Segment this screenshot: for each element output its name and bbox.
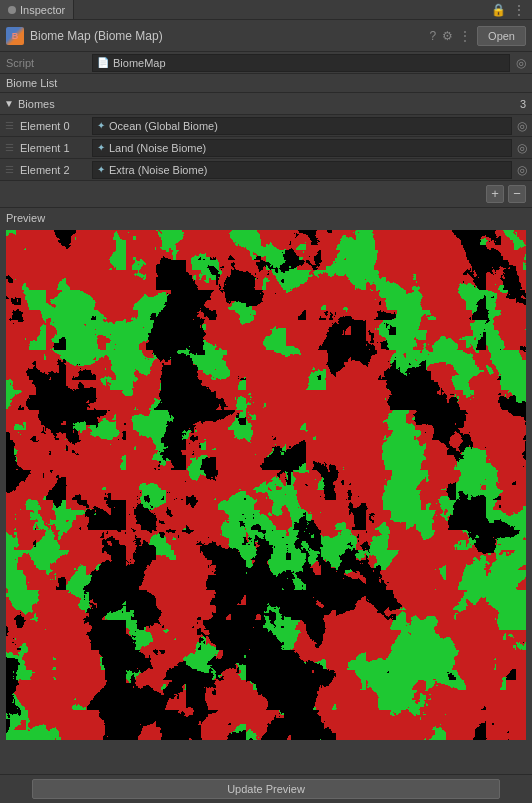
main-content: B Biome Map (Biome Map) ? ⚙ ⋮ Open Scrip… xyxy=(0,20,532,803)
element-0-label: Element 0 xyxy=(18,120,92,132)
preview-section: Preview xyxy=(0,208,532,226)
tab-bar: Inspector 🔒 ⋮ xyxy=(0,0,532,20)
element-0-settings-icon[interactable]: ◎ xyxy=(512,119,532,133)
tab-indicator xyxy=(8,6,16,14)
component-menu-icon[interactable]: ⋮ xyxy=(459,29,471,43)
biome-list-label: Biome List xyxy=(6,77,57,89)
element-2-value: Extra (Noise Biome) xyxy=(109,164,207,176)
element-1-settings-icon[interactable]: ◎ xyxy=(512,141,532,155)
element-1-field[interactable]: ✦ Land (Noise Biome) xyxy=(92,139,512,157)
remove-element-button[interactable]: − xyxy=(508,185,526,203)
biome-map-canvas xyxy=(6,230,526,740)
script-file-icon: 📄 xyxy=(97,57,109,68)
tab-right-icons: 🔒 ⋮ xyxy=(491,2,532,18)
drag-handle-1[interactable]: ☰ xyxy=(0,142,18,153)
element-1-label: Element 1 xyxy=(18,142,92,154)
table-row: ☰ Element 0 ✦ Ocean (Global Biome) ◎ xyxy=(0,115,532,137)
component-icon: B xyxy=(6,27,24,45)
open-button[interactable]: Open xyxy=(477,26,526,46)
biomes-label: Biomes xyxy=(16,98,96,110)
add-remove-row: + − xyxy=(0,181,532,208)
element-2-settings-icon[interactable]: ◎ xyxy=(512,163,532,177)
element-2-icon: ✦ xyxy=(97,164,105,175)
table-row: ☰ Element 2 ✦ Extra (Noise Biome) ◎ xyxy=(0,159,532,181)
biome-map-canvas-wrap xyxy=(6,230,526,740)
element-0-field[interactable]: ✦ Ocean (Global Biome) xyxy=(92,117,512,135)
help-icon[interactable]: ? xyxy=(429,29,436,43)
settings-icon[interactable]: ⚙ xyxy=(442,29,453,43)
inspector-tab[interactable]: Inspector xyxy=(0,0,74,19)
biomes-collapse-arrow[interactable]: ▼ xyxy=(2,98,16,109)
element-0-value: Ocean (Global Biome) xyxy=(109,120,218,132)
element-0-icon: ✦ xyxy=(97,120,105,131)
script-label: Script xyxy=(6,57,86,69)
script-value-field[interactable]: 📄 BiomeMap xyxy=(92,54,510,72)
update-preview-row: Update Preview xyxy=(0,774,532,803)
script-circle-icon: ◎ xyxy=(516,56,526,70)
biome-list-header: Biome List xyxy=(0,74,532,93)
biomes-count: 3 xyxy=(96,98,532,110)
element-2-field[interactable]: ✦ Extra (Noise Biome) xyxy=(92,161,512,179)
drag-handle-2[interactable]: ☰ xyxy=(0,164,18,175)
component-name: Biome Map (Biome Map) xyxy=(30,29,423,43)
update-preview-button[interactable]: Update Preview xyxy=(32,779,500,799)
lock-icon[interactable]: 🔒 xyxy=(491,3,506,17)
biomes-array-header[interactable]: ▼ Biomes 3 xyxy=(0,93,532,115)
drag-handle-0[interactable]: ☰ xyxy=(0,120,18,131)
element-2-label: Element 2 xyxy=(18,164,92,176)
element-1-value: Land (Noise Biome) xyxy=(109,142,206,154)
component-header: B Biome Map (Biome Map) ? ⚙ ⋮ Open xyxy=(0,20,532,52)
menu-icon[interactable]: ⋮ xyxy=(512,2,526,18)
preview-label: Preview xyxy=(6,212,45,224)
script-value-text: BiomeMap xyxy=(113,57,166,69)
element-1-icon: ✦ xyxy=(97,142,105,153)
add-element-button[interactable]: + xyxy=(486,185,504,203)
table-row: ☰ Element 1 ✦ Land (Noise Biome) ◎ xyxy=(0,137,532,159)
script-row: Script 📄 BiomeMap ◎ xyxy=(0,52,532,74)
inspector-tab-label: Inspector xyxy=(20,4,65,16)
header-icons: ? ⚙ ⋮ xyxy=(429,29,471,43)
